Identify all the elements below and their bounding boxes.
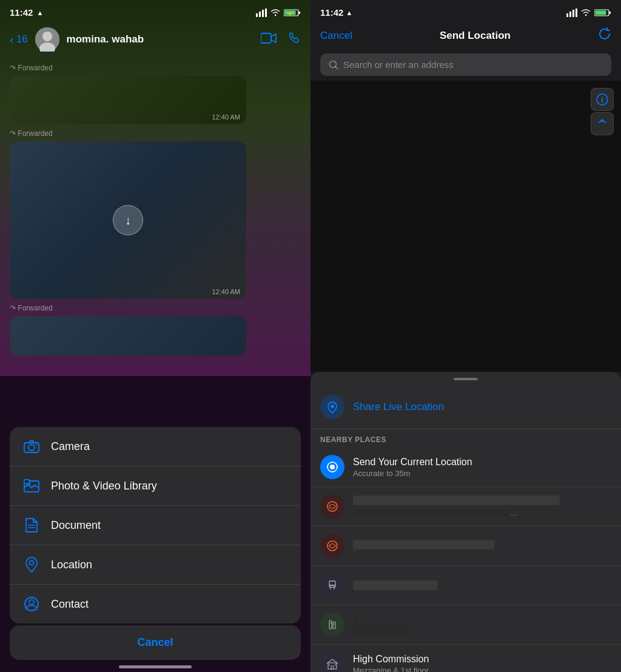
status-icons-right: ⚡ [256,8,301,17]
right-status-bar: 11:42 ▲ [310,0,621,22]
cancel-button[interactable]: Cancel [10,625,301,660]
place-4-info [353,615,611,635]
place-3-info [353,580,611,590]
place-item-4[interactable] [310,605,621,645]
svg-rect-26 [576,8,577,17]
svg-text:⚡: ⚡ [287,11,293,16]
live-location-icon [320,395,344,419]
svg-rect-28 [609,12,611,14]
document-icon [22,516,41,535]
svg-text:i: i [601,96,603,104]
right-time-container: 11:42 ▲ [320,7,352,18]
phone-call-icon[interactable] [289,32,301,47]
action-item-photo-library[interactable]: Photo & Video Library [10,466,301,506]
forwarded-label-3: ↷ Forwarded [10,304,301,312]
share-live-text: Share Live Location [353,401,444,413]
location-icon [22,555,41,574]
action-item-document[interactable]: Document [10,506,301,545]
camera-label: Camera [51,440,90,453]
home-indicator [119,665,192,668]
document-label: Document [51,519,101,532]
message-time-1: 12:40 AM [212,113,240,121]
svg-point-34 [331,405,334,408]
chat-area: ↷ Forwarded 12:40 AM ↷ Forwarded ↓ 12:40… [0,59,310,360]
current-location-item[interactable]: Send Your Current Location Accurate to 3… [310,448,621,487]
svg-rect-2 [262,10,264,17]
map-view[interactable]: i [310,81,621,372]
action-item-camera[interactable]: Camera [10,427,301,466]
action-item-location[interactable]: Location [10,545,301,585]
svg-point-22 [29,600,34,605]
right-status-icons [566,8,611,17]
wifi-icon [270,8,280,16]
map-background [310,81,621,372]
send-location-title: Send Location [440,30,511,42]
forwarded-media-3 [10,316,246,355]
left-header: ‹ 16 momina. wahab [0,22,310,59]
place-5-icon [320,652,344,672]
svg-point-9 [42,32,52,41]
photo-library-icon [22,476,41,496]
map-controls: i [591,88,614,135]
location-arrow-icon: ▲ [36,9,43,16]
place-1-info: ... [353,496,611,517]
contact-name: momina. wahab [67,33,253,45]
left-time: 11:42 ▲ [10,7,43,18]
place-item-3[interactable] [310,566,621,605]
svg-rect-52 [331,666,334,669]
share-live-location-item[interactable]: Share Live Location [310,388,621,429]
svg-point-13 [29,445,35,451]
video-call-icon[interactable] [261,32,277,47]
place-4-icon [320,613,344,637]
place-item-1[interactable]: ... [310,487,621,526]
right-cancel-button[interactable]: Cancel [320,30,352,42]
video-thumbnail[interactable]: ↓ 12:40 AM [10,141,246,299]
search-placeholder: Search or enter an address [343,59,454,70]
contact-label: Contact [51,598,89,611]
sheet-handle [454,378,478,380]
refresh-button[interactable] [598,27,611,44]
action-sheet: Camera Photo & Video Library [10,427,301,623]
svg-rect-5 [299,12,301,14]
forwarded-label-2: ↷ Forwarded [10,129,301,138]
avatar [35,27,59,52]
place-item-2[interactable] [310,526,621,566]
cancel-sheet: Cancel [10,625,301,660]
place-2-icon [320,534,344,558]
left-panel: 11:42 ▲ ⚡ [0,0,310,672]
place-5-info: High Commission Mezzanine & 1st floor... [353,654,611,673]
place-item-5[interactable]: High Commission Mezzanine & 1st floor... [310,645,621,672]
search-icon [329,60,338,70]
place-5-name: High Commission [353,654,611,665]
download-button[interactable]: ↓ [113,205,143,235]
place-5-subtitle: Mezzanine & 1st floor... [353,666,611,673]
battery-icon: ⚡ [284,8,301,17]
svg-rect-25 [572,10,574,17]
left-status-bar: 11:42 ▲ ⚡ [0,0,310,22]
forwarded-label-1: ↷ Forwarded [10,64,301,72]
svg-rect-23 [566,13,568,17]
right-battery-icon [594,8,611,17]
place-3-icon [320,573,344,597]
action-item-contact[interactable]: Contact [10,585,301,623]
back-button[interactable]: ‹ 16 [10,33,28,47]
svg-rect-0 [256,13,258,17]
right-signal-icon [566,8,577,17]
map-info-button[interactable]: i [591,88,614,111]
svg-rect-47 [329,620,332,629]
current-location-icon [320,455,344,479]
svg-point-35 [330,465,335,469]
time-text: 11:42 [10,7,33,18]
svg-point-14 [36,444,37,445]
right-wifi-icon [581,8,591,16]
search-bar[interactable]: Search or enter an address [320,53,611,76]
svg-rect-1 [259,12,261,17]
right-panel: 11:42 ▲ Cancel Send Location [310,0,621,672]
svg-rect-43 [329,581,335,585]
current-location-name: Send Your Current Location [353,457,611,468]
header-action-icons [261,32,301,47]
svg-point-20 [30,561,34,565]
camera-icon [22,437,41,456]
map-location-button[interactable] [591,112,614,135]
svg-rect-44 [329,585,335,587]
